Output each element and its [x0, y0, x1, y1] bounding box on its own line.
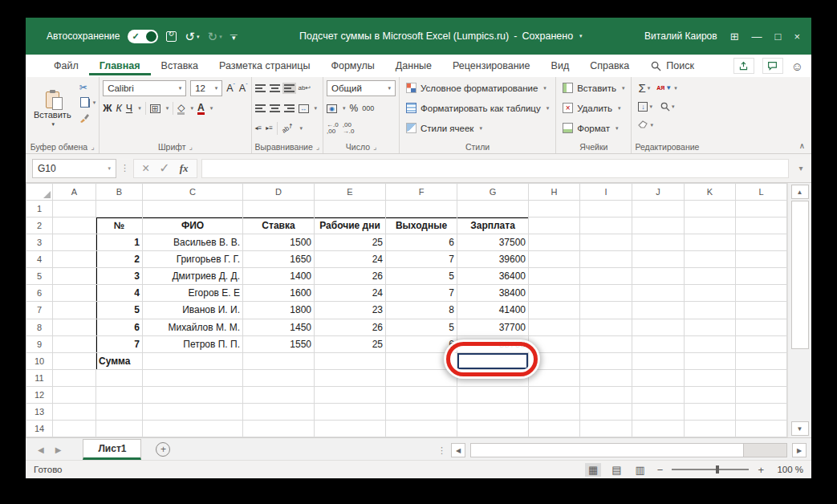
cell-G11[interactable] [457, 369, 529, 386]
cancel-formula-icon[interactable]: × [142, 161, 149, 176]
cell-D9[interactable]: 1550 [243, 335, 315, 352]
underline-button[interactable]: Ч [126, 104, 132, 114]
page-break-view-icon[interactable]: ▥ [632, 463, 648, 477]
cell-C10[interactable] [143, 352, 243, 369]
cell-G14[interactable] [457, 420, 529, 437]
cell-H3[interactable] [529, 234, 580, 251]
font-family-combo[interactable]: Calibri▾ [103, 80, 186, 96]
cell-G10[interactable] [457, 352, 529, 369]
format-painter-button[interactable] [79, 112, 96, 124]
row-header-9[interactable]: 9 [26, 335, 53, 352]
cell-H14[interactable] [529, 420, 580, 437]
cell-G13[interactable] [457, 403, 529, 420]
customize-quick-access-icon[interactable]: —▾ [230, 33, 238, 39]
cell-G9[interactable]: 38750 [457, 335, 529, 352]
cell-G7[interactable]: 41400 [457, 302, 529, 319]
col-header-A[interactable]: A [53, 184, 96, 201]
delete-cells-button[interactable]: ×Удалить▾ [559, 100, 628, 116]
borders-icon[interactable]: ⊞ [150, 104, 160, 113]
cell-H10[interactable] [529, 352, 580, 369]
cell-E7[interactable]: 23 [315, 302, 386, 319]
collapse-ribbon-icon[interactable]: ∧ [799, 141, 805, 150]
tab-splitter-grip[interactable]: ⋮ [437, 445, 446, 456]
zoom-in-icon[interactable]: + [756, 464, 766, 476]
cell-I6[interactable] [580, 285, 632, 302]
cell-C8[interactable]: Михайлов М. М. [143, 319, 243, 335]
bold-button[interactable]: Ж [103, 104, 112, 114]
autosum-button[interactable]: Σ▾ [638, 82, 650, 94]
cell-D3[interactable]: 1500 [243, 234, 315, 251]
cell-F11[interactable] [386, 369, 457, 386]
cell-H1[interactable] [529, 201, 580, 217]
cell-A8[interactable] [53, 319, 96, 335]
tab-help[interactable]: Справка [579, 56, 640, 75]
cell-B2[interactable]: № [96, 217, 143, 234]
undo-icon[interactable]: ↺▾ [185, 30, 199, 43]
cell-E12[interactable] [315, 386, 386, 403]
cell-H9[interactable] [529, 335, 580, 352]
cell-K1[interactable] [685, 201, 736, 217]
cell-F8[interactable]: 5 [386, 319, 457, 335]
cell-B12[interactable] [96, 386, 143, 403]
cell-E10[interactable] [315, 352, 386, 369]
cell-B11[interactable] [96, 369, 143, 386]
cell-J13[interactable] [632, 403, 685, 420]
cell-D7[interactable]: 1800 [243, 302, 315, 319]
col-header-H[interactable]: H [529, 184, 580, 201]
comments-button[interactable] [762, 58, 783, 74]
cell-A9[interactable] [53, 335, 96, 352]
increase-font-icon[interactable]: Aˆ [226, 83, 235, 94]
cell-F6[interactable]: 7 [386, 285, 457, 302]
row-header-11[interactable]: 11 [26, 369, 53, 386]
cell-H4[interactable] [529, 251, 580, 268]
cell-F1[interactable] [386, 201, 457, 217]
insert-cells-button[interactable]: Вставить▾ [559, 79, 628, 96]
next-sheet-icon[interactable]: ▶ [51, 445, 66, 460]
col-header-L[interactable]: L [736, 184, 787, 201]
decrease-font-icon[interactable]: Aˇ [239, 83, 248, 94]
increase-indent-icon[interactable]: ▸≡ [266, 125, 273, 132]
ribbon-display-options-icon[interactable]: ⊞ [730, 30, 739, 43]
cell-J9[interactable] [632, 335, 685, 352]
align-left-icon[interactable] [255, 104, 266, 112]
cell-I9[interactable] [580, 335, 632, 352]
cell-K5[interactable] [685, 268, 736, 285]
cell-H12[interactable] [529, 386, 580, 403]
horizontal-scroll-thumb[interactable] [471, 444, 744, 457]
cell-G6[interactable]: 38400 [457, 285, 529, 302]
autosave-toggle[interactable]: ✓ [128, 30, 158, 43]
cell-J14[interactable] [632, 420, 685, 437]
cell-A1[interactable] [53, 201, 96, 217]
cell-K9[interactable] [685, 335, 736, 352]
feedback-smiley-icon[interactable]: ☺ [791, 59, 803, 73]
cell-L9[interactable] [736, 335, 787, 352]
search-box[interactable]: Поиск [651, 60, 694, 71]
cell-D5[interactable]: 1400 [243, 268, 315, 285]
scroll-right-icon[interactable]: ▶ [792, 443, 807, 457]
cell-D11[interactable] [243, 369, 315, 386]
cell-K6[interactable] [685, 285, 736, 302]
cell-I4[interactable] [580, 251, 632, 268]
cell-J7[interactable] [632, 302, 685, 319]
cell-I7[interactable] [580, 302, 632, 319]
cell-K4[interactable] [685, 251, 736, 268]
cell-E14[interactable] [315, 420, 386, 437]
cell-A13[interactable] [53, 403, 96, 420]
cell-B6[interactable]: 4 [96, 285, 143, 302]
minimize-icon[interactable]: — [752, 30, 762, 43]
fill-color-icon[interactable]: ◇ [177, 103, 185, 115]
cell-C11[interactable] [143, 369, 243, 386]
user-name[interactable]: Виталий Каиров [644, 30, 717, 42]
cell-L13[interactable] [736, 403, 787, 420]
col-header-G[interactable]: G [457, 184, 529, 201]
cell-A2[interactable] [53, 217, 96, 234]
find-select-button[interactable]: ▾ [660, 102, 675, 112]
new-sheet-icon[interactable]: + [156, 442, 170, 457]
cell-K11[interactable] [685, 369, 736, 386]
cell-D1[interactable] [243, 201, 315, 217]
format-as-table-button[interactable]: Форматировать как таблицу▾ [403, 100, 552, 116]
cell-B7[interactable]: 5 [96, 302, 143, 319]
cell-F14[interactable] [386, 420, 457, 437]
cell-B9[interactable]: 7 [96, 335, 143, 352]
cell-I14[interactable] [580, 420, 632, 437]
